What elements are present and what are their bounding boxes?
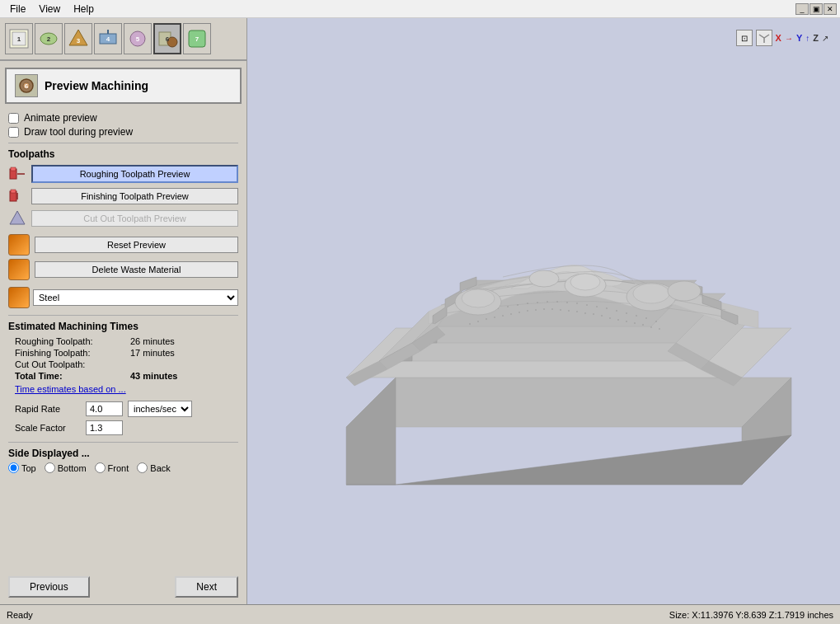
- scale-factor-label: Scale Factor: [15, 423, 81, 433]
- svg-text:7: 7: [195, 35, 199, 43]
- roughing-time-row: Roughing Toolpath: 26 minutes: [15, 336, 238, 346]
- svg-point-73: [576, 303, 578, 304]
- svg-point-66: [507, 306, 509, 307]
- menu-file[interactable]: File: [3, 2, 32, 16]
- cutout-toolpath-icon: [8, 209, 26, 228]
- svg-point-58: [626, 321, 627, 322]
- rapid-rate-label: Rapid Rate: [15, 404, 81, 414]
- side-bottom-radio[interactable]: [45, 462, 55, 473]
- step-header: 6 Preview Machining: [5, 68, 242, 104]
- animate-preview-label: Animate preview: [24, 112, 97, 124]
- toolbar-step-4[interactable]: 4: [94, 23, 122, 54]
- side-front-text: Front: [108, 463, 129, 473]
- viewport[interactable]: ⊡ X → Y ↑ Z ↗: [247, 18, 840, 604]
- svg-point-41: [486, 318, 487, 320]
- side-front-radio-label[interactable]: Front: [95, 462, 129, 473]
- material-select[interactable]: Steel Aluminum Wood Foam Plastic: [33, 289, 238, 306]
- svg-marker-29: [346, 378, 791, 427]
- cutout-toolpath-button[interactable]: Cut Out Toolpath Preview: [31, 210, 238, 227]
- scale-factor-row: Scale Factor: [15, 420, 238, 435]
- svg-point-88: [668, 281, 701, 301]
- toolbar-step-3[interactable]: 3: [64, 23, 92, 54]
- maximize-button[interactable]: ▣: [809, 3, 823, 15]
- finishing-time-value: 17 minutes: [130, 348, 175, 358]
- left-panel: 1 2 3 4: [0, 18, 247, 604]
- toolbar: 1 2 3 4: [0, 18, 246, 61]
- svg-point-52: [576, 311, 578, 312]
- svg-rect-24: [11, 190, 16, 193]
- svg-text:2: 2: [47, 35, 51, 43]
- animate-preview-checkbox[interactable]: [8, 113, 19, 124]
- panel-content: Animate preview Draw tool during preview…: [0, 109, 246, 570]
- side-displayed-label: Side Displayed ...: [8, 448, 238, 459]
- cutout-toolpath-row: Cut Out Toolpath Preview: [8, 209, 238, 228]
- rapid-rate-input[interactable]: [86, 401, 123, 416]
- close-button[interactable]: ✕: [824, 3, 837, 15]
- svg-point-71: [556, 301, 558, 303]
- svg-point-68: [527, 303, 528, 304]
- svg-point-43: [502, 315, 504, 317]
- svg-point-54: [593, 313, 594, 315]
- toolbar-step-2[interactable]: 2: [35, 23, 63, 54]
- svg-point-56: [609, 317, 611, 319]
- minimize-button[interactable]: _: [795, 3, 809, 15]
- finishing-toolpath-row: Finishing Toolpath Preview: [8, 187, 238, 205]
- step-title: Preview Machining: [45, 79, 148, 92]
- menu-view[interactable]: View: [32, 2, 67, 16]
- 3d-preview: [280, 81, 808, 542]
- toolbar-step-1[interactable]: 1: [5, 23, 33, 54]
- animate-preview-checkbox-row[interactable]: Animate preview: [8, 112, 238, 124]
- cutout-time-row: Cut Out Toolpath:: [15, 359, 238, 369]
- delete-waste-button[interactable]: Delete Waste Material: [35, 261, 238, 278]
- time-estimate-link[interactable]: Time estimates based on ...: [15, 384, 238, 394]
- svg-point-69: [537, 302, 538, 303]
- svg-text:6: 6: [166, 35, 170, 43]
- side-bottom-radio-label[interactable]: Bottom: [45, 462, 87, 473]
- toolbar-step-6[interactable]: 6: [153, 23, 181, 54]
- svg-point-72: [566, 302, 568, 303]
- axis-view-button[interactable]: [756, 30, 772, 46]
- reset-icon: [8, 234, 30, 256]
- toolbar-step-7[interactable]: 7: [183, 23, 211, 54]
- draw-tool-checkbox-row[interactable]: Draw tool during preview: [8, 126, 238, 138]
- svg-point-48: [543, 308, 545, 310]
- total-time-value: 43 minutes: [130, 371, 177, 381]
- finishing-time-label: Finishing Toolpath:: [15, 348, 130, 358]
- next-button[interactable]: Next: [175, 576, 238, 598]
- previous-button[interactable]: Previous: [8, 576, 90, 598]
- reset-preview-button[interactable]: Reset Preview: [35, 237, 238, 253]
- delete-icon: [8, 259, 30, 280]
- toolbar-step-5[interactable]: 5: [124, 23, 152, 54]
- nav-buttons: Previous Next: [0, 570, 246, 604]
- axis-y-arrow: ↑: [805, 34, 809, 43]
- side-back-radio-label[interactable]: Back: [137, 462, 170, 473]
- axis-indicator: ⊡ X → Y ↑ Z ↗: [736, 30, 828, 46]
- roughing-toolpath-button[interactable]: Roughing Toolpath Preview: [31, 165, 238, 183]
- finishing-toolpath-button[interactable]: Finishing Toolpath Preview: [31, 188, 238, 204]
- total-time-label: Total Time:: [15, 371, 130, 381]
- estimated-times-title: Estimated Machining Times: [8, 321, 238, 332]
- svg-point-79: [636, 315, 637, 317]
- side-top-radio-label[interactable]: Top: [8, 462, 36, 473]
- scale-factor-input[interactable]: [86, 420, 123, 435]
- side-front-radio[interactable]: [95, 462, 106, 473]
- svg-point-62: [659, 328, 660, 330]
- cutout-time-label: Cut Out Toolpath:: [15, 359, 130, 369]
- svg-point-67: [517, 304, 519, 306]
- svg-marker-25: [10, 211, 25, 224]
- rapid-rate-unit-select[interactable]: inches/sec mm/sec: [128, 401, 192, 417]
- svg-point-75: [596, 306, 598, 307]
- svg-rect-21: [11, 167, 16, 171]
- side-top-radio[interactable]: [8, 462, 19, 473]
- svg-marker-30: [346, 378, 396, 485]
- axis-x-arrow: →: [785, 34, 793, 43]
- fit-view-button[interactable]: ⊡: [736, 30, 753, 46]
- draw-tool-checkbox[interactable]: [8, 127, 19, 138]
- menu-help[interactable]: Help: [67, 2, 101, 16]
- svg-point-87: [570, 274, 600, 290]
- side-radio-group: Top Bottom Front Back: [8, 462, 238, 473]
- side-back-radio[interactable]: [137, 462, 148, 473]
- svg-point-57: [617, 319, 619, 321]
- svg-point-47: [535, 309, 537, 311]
- svg-point-42: [494, 317, 495, 318]
